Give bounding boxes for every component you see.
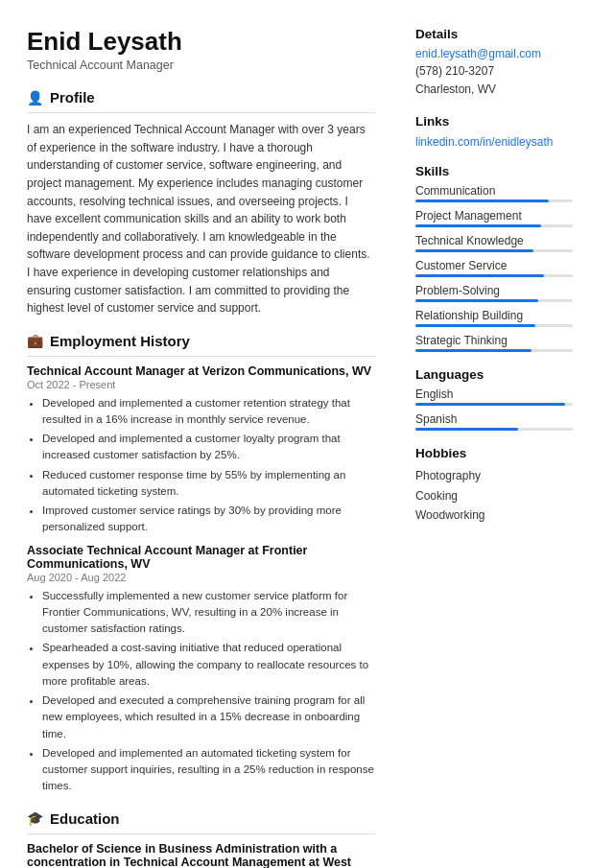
- details-location: Charleston, WV: [415, 81, 573, 99]
- bullet: Improved customer service ratings by 30%…: [42, 503, 375, 536]
- job-title-2: Associate Technical Account Manager at F…: [27, 544, 375, 571]
- profile-heading: 👤 Profile: [27, 89, 375, 106]
- bullet: Developed and implemented an automated t…: [42, 745, 375, 795]
- linkedin-link[interactable]: linkedin.com/in/enidleysath: [415, 135, 553, 149]
- lang-bar-bg: [415, 403, 573, 406]
- job-date-1: Oct 2022 - Present: [27, 379, 375, 390]
- skill-bar-bg: [415, 224, 573, 227]
- languages-heading: Languages: [415, 367, 573, 382]
- skill-customer-service: Customer Service: [415, 259, 573, 277]
- skill-strategic-thinking: Strategic Thinking: [415, 334, 573, 352]
- skill-bar-fill: [415, 324, 535, 327]
- bullet: Developed and implemented a customer ret…: [42, 395, 375, 429]
- lang-bar-fill: [415, 403, 565, 406]
- details-email[interactable]: enid.leysath@gmail.com: [415, 47, 573, 60]
- skill-bar-fill: [415, 274, 544, 277]
- education-divider: [27, 833, 375, 834]
- languages-section: Languages English Spanish: [415, 367, 573, 431]
- skill-technical-knowledge: Technical Knowledge: [415, 234, 573, 252]
- resume-job-title: Technical Account Manager: [27, 59, 375, 72]
- skill-bar-bg: [415, 324, 573, 327]
- skill-bar-bg: [415, 299, 573, 302]
- job-item-1: Technical Account Manager at Verizon Com…: [27, 364, 375, 536]
- resume-header: Enid Leysath Technical Account Manager: [27, 27, 375, 72]
- skill-bar-bg: [415, 349, 573, 352]
- skills-heading: Skills: [415, 164, 573, 178]
- skill-bar-fill: [415, 249, 533, 252]
- employment-heading: 💼 Employment History: [27, 333, 375, 349]
- education-section: 🎓 Education Bachelor of Science in Busin…: [27, 810, 375, 868]
- education-icon: 🎓: [27, 810, 43, 826]
- profile-icon: 👤: [27, 90, 43, 106]
- hobby-woodworking: Woodworking: [415, 505, 573, 525]
- skill-bar-fill: [415, 199, 549, 202]
- hobby-cooking: Cooking: [415, 486, 573, 505]
- skill-bar-fill: [415, 224, 541, 227]
- details-phone: (578) 210-3207: [415, 62, 573, 81]
- skill-bar-fill: [415, 299, 538, 302]
- skill-relationship-building: Relationship Building: [415, 309, 573, 327]
- skills-section: Skills Communication Project Management …: [415, 164, 573, 352]
- bullet: Reduced customer response time by 55% by…: [42, 467, 375, 501]
- edu-entry-1: Bachelor of Science in Business Administ…: [27, 842, 375, 868]
- left-column: Enid Leysath Technical Account Manager 👤…: [0, 0, 398, 868]
- job-date-2: Aug 2020 - Aug 2022: [27, 572, 375, 583]
- lang-english: English: [415, 387, 573, 406]
- resume-page: Enid Leysath Technical Account Manager 👤…: [0, 0, 614, 868]
- bullet: Successfully implemented a new customer …: [42, 588, 375, 638]
- job-list: Technical Account Manager at Verizon Com…: [27, 364, 375, 795]
- resume-name: Enid Leysath: [27, 27, 375, 57]
- job-title-1: Technical Account Manager at Verizon Com…: [27, 364, 375, 378]
- hobbies-heading: Hobbies: [415, 446, 573, 460]
- details-section: Details enid.leysath@gmail.com (578) 210…: [415, 27, 573, 99]
- skill-bar-bg: [415, 249, 573, 252]
- lang-bar-fill: [415, 428, 518, 431]
- lang-bar-bg: [415, 428, 573, 431]
- hobbies-section: Hobbies Photography Cooking Woodworking: [415, 446, 573, 525]
- profile-divider: [27, 112, 375, 113]
- education-heading: 🎓 Education: [27, 810, 375, 827]
- skill-bar-bg: [415, 199, 573, 202]
- skill-communication: Communication: [415, 184, 573, 202]
- profile-text: I am an experienced Technical Account Ma…: [27, 121, 375, 317]
- employment-icon: 💼: [27, 333, 43, 348]
- hobby-photography: Photography: [415, 466, 573, 485]
- skill-project-management: Project Management: [415, 209, 573, 227]
- right-column: Details enid.leysath@gmail.com (578) 210…: [398, 0, 590, 868]
- lang-spanish: Spanish: [415, 412, 573, 431]
- profile-section: 👤 Profile I am an experienced Technical …: [27, 89, 375, 317]
- links-section: Links linkedin.com/in/enidleysath: [415, 114, 573, 149]
- links-heading: Links: [415, 114, 573, 129]
- bullet: Developed and executed a comprehensive t…: [42, 692, 375, 742]
- bullet: Developed and implemented a customer loy…: [42, 431, 375, 464]
- details-heading: Details: [415, 27, 573, 41]
- job-bullets-2: Successfully implemented a new customer …: [27, 588, 375, 795]
- skill-problem-solving: Problem-Solving: [415, 284, 573, 302]
- edu-title-1: Bachelor of Science in Business Administ…: [27, 842, 375, 868]
- bullet: Spearheaded a cost-saving initiative tha…: [42, 640, 375, 690]
- job-item-2: Associate Technical Account Manager at F…: [27, 544, 375, 795]
- employment-divider: [27, 356, 375, 357]
- skill-bar-bg: [415, 274, 573, 277]
- employment-section: 💼 Employment History Technical Account M…: [27, 333, 375, 795]
- job-bullets-1: Developed and implemented a customer ret…: [27, 395, 375, 536]
- skill-bar-fill: [415, 349, 531, 352]
